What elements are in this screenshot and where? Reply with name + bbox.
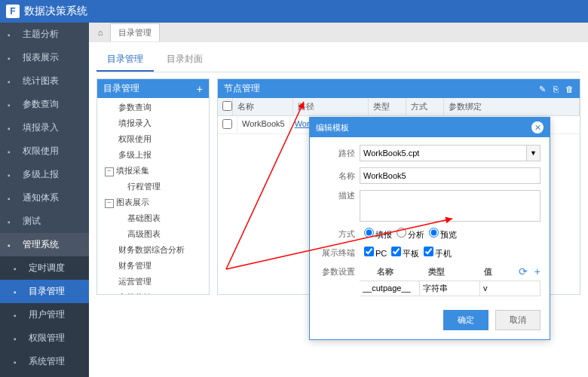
tree-item[interactable]: 市场营销 (97, 290, 209, 294)
tree-item[interactable]: 填报采集 (97, 163, 209, 179)
app-title: 数据决策系统 (24, 5, 87, 18)
col-type: 类型 (369, 98, 406, 115)
add-icon[interactable]: + (197, 83, 203, 95)
path-label: 路径 (319, 148, 355, 159)
edit-icon[interactable]: ✎ (539, 84, 546, 93)
nav-icon (8, 146, 18, 157)
mode-radio[interactable] (364, 228, 374, 238)
col-path: 路径 (293, 98, 369, 115)
nav-icon (8, 29, 18, 40)
nav-icon (14, 310, 24, 320)
tree-item[interactable]: 图表展示 (97, 195, 209, 210)
tree-item[interactable]: 运营管理 (97, 274, 209, 290)
tree-item[interactable]: 权限使用 (97, 131, 209, 147)
tree-item[interactable]: 多级上报 (97, 147, 209, 163)
table-header: 名称 路径 类型 方式 参数绑定 (218, 98, 580, 116)
param-type-select[interactable] (423, 284, 476, 293)
device-checkbox[interactable] (364, 247, 374, 256)
tree-item[interactable]: 填报录入 (97, 115, 209, 131)
sidebar-item-label: 报表展示 (23, 51, 59, 64)
nav-icon (8, 76, 18, 87)
mode-opt-label: 分析 (408, 230, 424, 239)
param-name-input[interactable] (363, 284, 416, 293)
tab-catalog-manage[interactable]: 目录管理 (96, 48, 154, 72)
path-dropdown-icon[interactable]: ▼ (527, 145, 541, 161)
sidebar-item[interactable]: 报表展示 (0, 46, 89, 69)
col-mode: 方式 (406, 98, 444, 115)
device-checkbox[interactable] (391, 247, 401, 256)
delete-icon[interactable]: 🗑 (565, 84, 574, 93)
sidebar-item[interactable]: 测试 (0, 210, 89, 233)
sidebar-item[interactable]: 主题分析 (0, 23, 89, 46)
mode-opt-label: 填报 (375, 230, 392, 239)
app-header: F 数据决策系统 (0, 0, 588, 23)
tab-catalog-cover[interactable]: 目录封面 (156, 48, 213, 70)
sidebar-sub-item[interactable]: 定时调度 (0, 256, 89, 280)
sidebar-item[interactable]: 统计图表 (0, 69, 89, 93)
tree-item[interactable]: 基础图表 (97, 210, 209, 226)
tree-item[interactable]: 行程管理 (97, 179, 209, 195)
sidebar-item[interactable]: 权限使用 (0, 139, 89, 163)
tree-item[interactable]: 财务数据综合分析 (97, 242, 209, 258)
param-value-input[interactable] (483, 284, 537, 293)
sidebar-item-label: 填报录入 (23, 121, 59, 134)
sidebar-item-label: 系统管理 (29, 355, 65, 368)
tree-panel-title: 目录管理 (103, 82, 139, 95)
sidebar: 主题分析报表展示统计图表参数查询填报录入权限使用多级上报通知体系测试 管理系统 … (0, 23, 89, 377)
desc-textarea[interactable] (360, 190, 541, 222)
tree-item[interactable]: 参数查询 (97, 100, 209, 115)
device-opt-label: 平板 (403, 249, 419, 258)
checkbox-all[interactable] (222, 101, 232, 111)
col-checkbox (218, 98, 233, 115)
param-label: 参数设置 (319, 266, 355, 277)
mode-radio[interactable] (429, 228, 439, 238)
nav-icon (8, 170, 18, 180)
sidebar-item[interactable]: 参数查询 (0, 93, 89, 116)
tree-panel: 目录管理 + 参数查询填报录入权限使用多级上报填报采集行程管理图表展示基础图表高… (96, 78, 210, 295)
path-input[interactable] (360, 145, 527, 161)
device-opt-label: PC (375, 249, 387, 258)
tree-item[interactable]: 高级图表 (97, 226, 209, 242)
sidebar-item[interactable]: 多级上报 (0, 163, 89, 186)
dialog-header[interactable]: 编辑模板 ✕ (310, 118, 550, 137)
sidebar-item[interactable]: 填报录入 (0, 116, 89, 139)
col-param: 参数绑定 (444, 98, 580, 115)
nav-icon (8, 100, 18, 110)
sidebar-item-label: 通知体系 (23, 192, 59, 204)
nav-icon (14, 287, 24, 297)
add-param-icon[interactable]: + (534, 265, 541, 277)
sidebar-sub-item[interactable]: 用户管理 (0, 303, 89, 326)
cancel-button[interactable]: 取消 (495, 310, 541, 330)
sidebar-item-label: 多级上报 (23, 168, 59, 181)
home-icon[interactable]: ⌂ (93, 26, 107, 39)
tree-list: 参数查询填报录入权限使用多级上报填报采集行程管理图表展示基础图表高级图表财务数据… (97, 98, 209, 294)
sidebar-sub-item[interactable]: 权限管理 (0, 326, 89, 350)
sidebar-sub-item[interactable]: 外观配置 (0, 373, 89, 377)
param-col-value: 值 (463, 266, 514, 277)
tree-item[interactable]: 财务管理 (97, 258, 209, 274)
mode-radio[interactable] (397, 228, 406, 238)
sidebar-section-admin[interactable]: 管理系统 (0, 233, 89, 256)
sidebar-section-label: 管理系统 (23, 238, 59, 251)
sidebar-item-label: 统计图表 (23, 75, 59, 87)
nav-icon (14, 263, 24, 274)
ok-button[interactable]: 确定 (443, 310, 488, 330)
nav-icon (8, 53, 18, 63)
breadcrumb: ⌂ 目录管理 (89, 23, 588, 42)
nav-icon (8, 193, 18, 204)
desc-label: 描述 (319, 190, 355, 201)
sidebar-item[interactable]: 通知体系 (0, 186, 89, 210)
row-checkbox[interactable] (222, 119, 232, 129)
edit-template-dialog: 编辑模板 ✕ 路径 ▼ 名称 描述 方式 填报分析预览 展示终端 PC平板手机 … (309, 117, 550, 340)
device-checkbox[interactable] (424, 247, 433, 256)
refresh-icon[interactable]: ⟳ (519, 265, 528, 277)
name-input[interactable] (360, 167, 541, 184)
close-icon[interactable]: ✕ (531, 121, 544, 133)
breadcrumb-tab[interactable]: 目录管理 (110, 23, 160, 41)
tree-panel-header: 目录管理 + (97, 79, 209, 98)
sidebar-sub-item[interactable]: 系统管理 (0, 350, 89, 373)
link-icon[interactable]: ⎘ (553, 84, 559, 93)
sidebar-item-label: 权限管理 (29, 332, 65, 345)
mode-opt-label: 预览 (440, 230, 457, 239)
sidebar-sub-item[interactable]: 目录管理 (0, 280, 89, 303)
